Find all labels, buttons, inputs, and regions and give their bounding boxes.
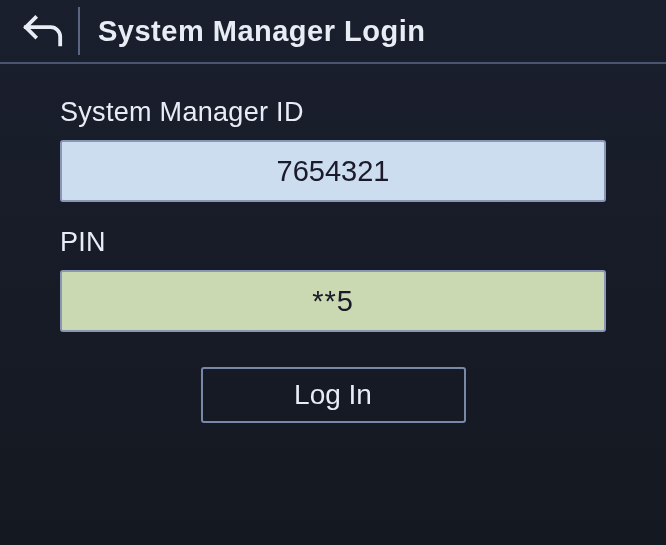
header: System Manager Login (0, 0, 666, 62)
login-button[interactable]: Log In (201, 367, 466, 423)
manager-id-value: 7654321 (277, 155, 390, 188)
pin-input[interactable]: **5 (60, 270, 606, 332)
page-title: System Manager Login (98, 15, 425, 48)
login-form: System Manager ID 7654321 PIN **5 Log In (0, 62, 666, 423)
pin-label: PIN (60, 227, 606, 258)
back-button[interactable] (15, 6, 70, 56)
header-underline (0, 62, 666, 64)
manager-id-group: System Manager ID 7654321 (60, 97, 606, 202)
login-button-label: Log In (294, 379, 372, 411)
manager-id-input[interactable]: 7654321 (60, 140, 606, 202)
manager-id-label: System Manager ID (60, 97, 606, 128)
back-arrow-icon (22, 13, 64, 49)
pin-group: PIN **5 (60, 227, 606, 332)
pin-value: **5 (312, 285, 354, 318)
header-divider (78, 7, 80, 55)
